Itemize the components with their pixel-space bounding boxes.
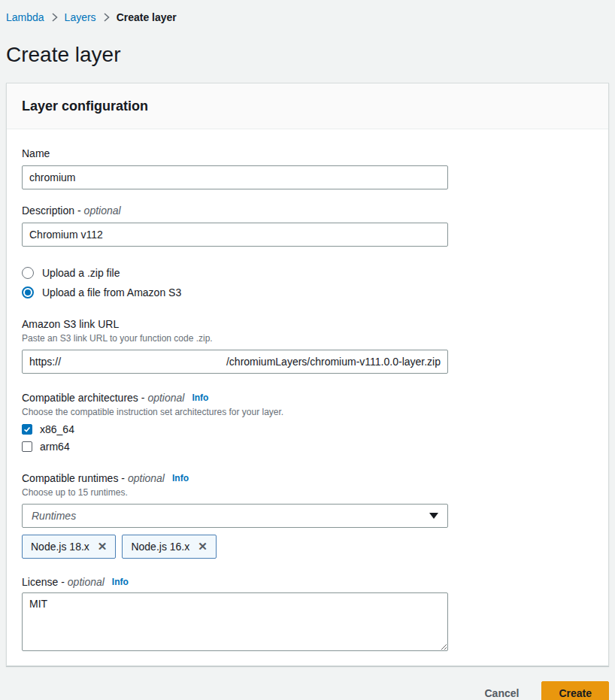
checkbox-row-arm64[interactable]: arm64 — [22, 441, 593, 453]
description-optional-text: optional — [84, 205, 121, 217]
radio-upload-s3-label: Upload a file from Amazon S3 — [42, 286, 181, 298]
token-dismiss-icon[interactable]: ✕ — [98, 541, 108, 552]
runtimes-select-placeholder: Runtimes — [32, 510, 429, 522]
dropdown-caret-icon — [429, 513, 438, 519]
radio-upload-zip-label: Upload a .zip file — [42, 267, 120, 279]
license-optional-text: optional — [68, 576, 105, 588]
runtimes-info-link[interactable]: Info — [172, 473, 189, 483]
checkbox-checked-icon[interactable] — [22, 424, 32, 435]
radio-selected-icon[interactable] — [22, 286, 34, 298]
runtimes-select[interactable]: Runtimes — [22, 504, 448, 528]
breadcrumb: Lambda Layers Create layer — [0, 0, 615, 23]
token-nodejs-18: Node.js 18.x ✕ — [22, 535, 116, 559]
checkbox-row-x86_64[interactable]: x86_64 — [22, 423, 593, 435]
checkbox-x86_64-label: x86_64 — [40, 423, 74, 435]
runtimes-help-text: Choose up to 15 runtimes. — [22, 486, 593, 498]
breadcrumb-layers-link[interactable]: Layers — [65, 11, 96, 23]
license-field-group: License -optionalInfo MIT — [22, 576, 593, 651]
architectures-info-link[interactable]: Info — [192, 392, 208, 403]
s3-url-value-prefix: https:// — [29, 356, 61, 368]
breadcrumb-lambda-link[interactable]: Lambda — [6, 11, 44, 23]
token-nodejs-18-label: Node.js 18.x — [31, 541, 89, 553]
create-layer-page: Lambda Layers Create layer Create layer … — [0, 0, 615, 700]
layer-configuration-card: Layer configuration Name Description -op… — [6, 83, 609, 666]
card-header: Layer configuration — [7, 83, 608, 129]
create-button[interactable]: Create — [541, 681, 609, 700]
card-body: Name Description -optional Upload a .zip… — [7, 129, 608, 665]
architectures-field-group: Compatible architectures -optionalInfo C… — [22, 392, 593, 453]
footer-actions: Cancel Create — [0, 666, 615, 700]
s3-url-field-group: Amazon S3 link URL Paste an S3 link URL … — [22, 318, 593, 374]
architectures-optional-text: optional — [147, 392, 184, 404]
architectures-help-text: Choose the compatible instruction set ar… — [22, 406, 593, 418]
checkbox-arm64-label: arm64 — [40, 441, 70, 453]
radio-upload-zip[interactable]: Upload a .zip file — [22, 267, 593, 279]
architectures-label: Compatible architectures -optionalInfo — [22, 392, 593, 404]
token-nodejs-16-label: Node.js 16.x — [131, 541, 189, 553]
runtimes-label: Compatible runtimes -optionalInfo — [22, 472, 593, 484]
description-label-text: Description - — [22, 205, 81, 217]
checkbox-unchecked-icon[interactable] — [22, 441, 32, 452]
breadcrumb-separator-icon — [103, 13, 110, 22]
runtimes-optional-text: optional — [128, 472, 165, 484]
license-label: License -optionalInfo — [22, 576, 593, 588]
description-field-group: Description -optional — [22, 205, 593, 247]
s3-url-input[interactable]: https:// /chromiumLayers/chromium-v111.0… — [22, 350, 448, 374]
runtimes-field-group: Compatible runtimes -optionalInfo Choose… — [22, 472, 593, 559]
s3-url-value-suffix: /chromiumLayers/chromium-v111.0.0-layer.… — [226, 356, 441, 368]
upload-source-radio-group: Upload a .zip file Upload a file from Am… — [22, 267, 593, 298]
token-dismiss-icon[interactable]: ✕ — [198, 541, 208, 552]
s3-url-help-text: Paste an S3 link URL to your function co… — [22, 332, 593, 344]
runtime-tokens: Node.js 18.x ✕ Node.js 16.x ✕ — [22, 535, 593, 559]
s3-url-label: Amazon S3 link URL — [22, 318, 593, 330]
token-nodejs-16: Node.js 16.x ✕ — [122, 535, 216, 559]
cancel-button[interactable]: Cancel — [469, 682, 534, 700]
runtimes-label-text: Compatible runtimes - — [22, 472, 125, 484]
breadcrumb-separator-icon — [51, 13, 58, 22]
radio-upload-s3[interactable]: Upload a file from Amazon S3 — [22, 286, 593, 298]
name-field-group: Name — [22, 147, 593, 189]
license-info-link[interactable]: Info — [112, 577, 129, 587]
description-input[interactable] — [22, 223, 448, 247]
page-title: Create layer — [6, 43, 609, 67]
name-label: Name — [22, 147, 593, 159]
radio-unselected-icon[interactable] — [22, 267, 34, 279]
description-label: Description -optional — [22, 205, 593, 217]
license-label-text: License - — [22, 576, 65, 588]
breadcrumb-current: Create layer — [117, 11, 177, 23]
name-input[interactable] — [22, 165, 448, 189]
license-textarea[interactable]: MIT — [22, 592, 448, 651]
architectures-label-text: Compatible architectures - — [22, 392, 144, 404]
